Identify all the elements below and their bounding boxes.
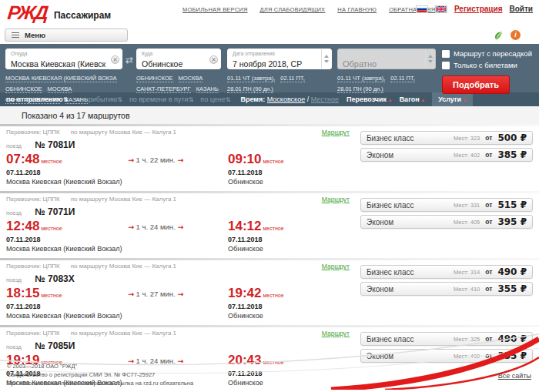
history-link[interactable]: САНКТ-ПЕТЕРБУРГ — [5, 96, 60, 104]
departure-station: Москва Киевская (Киевский Вокзал) — [6, 312, 128, 320]
carrier-row: Перевозчик: ЦППК по маршруту Москва Кие … — [6, 196, 350, 203]
fare-economy-row[interactable]: Эконом Мест: 400 от 355 ₽ — [360, 349, 533, 363]
date-down-icon[interactable] — [324, 60, 329, 63]
history-link[interactable]: ОБНИНСКОЕ — [5, 85, 42, 93]
search-submit-button[interactable]: Подобрать — [442, 75, 510, 94]
fare-business-row[interactable]: Бизнес класс Мест: 314 от 490 ₽ — [360, 265, 533, 279]
auth-area: Регистрация Войти — [416, 5, 533, 13]
route-link[interactable]: Маршрут — [322, 129, 350, 136]
arrival-timezone: местное — [263, 226, 283, 231]
fare-class-name: Бизнес класс — [367, 268, 413, 276]
departure-block: 07:48местное 07.11.2018 Москва Киевская … — [6, 152, 128, 186]
uk-flag-icon[interactable] — [435, 5, 447, 13]
departure-time: 18:15 — [6, 286, 39, 300]
quick-date-link[interactable]: 28.01 ПН (90 дн.) — [337, 85, 383, 93]
info-icon[interactable]: i — [511, 30, 521, 40]
to-input[interactable] — [142, 59, 208, 69]
return-up-icon[interactable] — [428, 55, 433, 58]
eco-leaf-icon[interactable] — [493, 30, 504, 41]
return-down-icon[interactable] — [428, 60, 433, 63]
date-up-icon[interactable] — [324, 55, 329, 58]
history-link[interactable]: ОБНИНСКОЕ — [136, 75, 173, 82]
russian-flag-icon[interactable] — [416, 5, 428, 13]
departure-date: 07.11.2018 — [6, 303, 128, 310]
return-date-box[interactable] — [337, 49, 436, 69]
register-link[interactable]: Регистрация — [454, 5, 503, 13]
search-options: Маршрут с пересадкой Только с билетами П… — [442, 49, 532, 94]
transfer-checkbox[interactable] — [442, 50, 450, 58]
carrier-row: Перевозчик: ЦППК по маршруту Москва Кие … — [6, 129, 350, 136]
menu-button[interactable]: Меню — [5, 28, 128, 42]
quick-date-link[interactable]: 28.01 ПН (90 дн.) — [227, 85, 273, 93]
train-number-row: поезд № 7081И — [6, 137, 350, 151]
quick-date-link[interactable]: 01.11 ЧТ (завтра), — [227, 75, 275, 82]
fare-economy-row[interactable]: Эконом Мест: 402 от 385 ₽ — [360, 148, 533, 162]
duration-text: 1 ч. 22 мин. — [136, 156, 176, 164]
route-link[interactable]: Маршрут — [322, 330, 350, 337]
history-link[interactable]: МОСКВА — [179, 75, 203, 82]
arrow-right-icon: → — [177, 290, 183, 298]
from-label: от — [485, 151, 492, 159]
quick-date-link[interactable]: 01.11 ЧТ (завтра), — [337, 75, 385, 82]
train-row: Перевозчик: ЦППК по маршруту Москва Кие … — [0, 124, 539, 191]
to-input-box[interactable]: Куда × — [136, 49, 221, 69]
history-link[interactable]: МОСКВА — [48, 85, 72, 93]
fare-price: 355 ₽ — [497, 350, 527, 361]
arrival-station: Обнинское — [228, 178, 350, 186]
carrier-row: Перевозчик: ЦППК по маршруту Москва Кие … — [6, 263, 350, 270]
clear-to-icon[interactable]: × — [209, 55, 218, 64]
history-link[interactable]: САНКТ-ПЕТЕРБУРГ — [136, 85, 191, 93]
fare-business-row[interactable]: Бизнес класс Мест: 325 от 490 ₽ — [360, 332, 533, 346]
from-label: от — [485, 352, 492, 360]
train-word: поезд — [6, 276, 22, 283]
route-link[interactable]: Маршрут — [322, 196, 350, 203]
arrival-block: 19:42местное 07.11.2018 Обнинское — [228, 286, 350, 320]
train-number-row: поезд № 7085И — [6, 338, 350, 352]
link-home[interactable]: НА ГЛАВНУЮ — [337, 6, 377, 13]
train-list: Перевозчик: ЦППК по маршруту Москва Кие … — [0, 124, 539, 392]
arrival-date: 07.11.2018 — [228, 169, 350, 176]
fare-economy-row[interactable]: Эконом Мест: 405 от 395 ₽ — [360, 215, 533, 229]
quick-date-link[interactable]: 02.11 ПТ, — [390, 75, 415, 82]
login-link[interactable]: Войти — [509, 5, 533, 13]
arrival-timezone: местное — [263, 159, 283, 164]
fare-business-row[interactable]: Бизнес класс Мест: 323 от 500 ₽ — [360, 131, 533, 145]
clear-from-icon[interactable]: × — [111, 55, 119, 64]
all-sites-link[interactable]: Все сайты — [498, 372, 531, 380]
from-input[interactable] — [11, 59, 109, 69]
fare-price: 515 ₽ — [497, 199, 527, 210]
history-link[interactable]: КАЗАНЬ — [65, 96, 88, 104]
departure-time: 07:48 — [6, 152, 39, 166]
depart-date-box[interactable]: Дата отправления — [227, 49, 332, 69]
link-visually-impaired[interactable]: ДЛЯ СЛАБОВИДЯЩИХ — [260, 6, 326, 13]
return-date-input[interactable] — [343, 59, 423, 69]
from-label: от — [485, 218, 492, 226]
menu-label: Меню — [25, 31, 45, 39]
arrow-right-icon: → — [177, 223, 183, 231]
fare-business-row[interactable]: Бизнес класс Мест: 331 от 515 ₽ — [360, 198, 533, 212]
from-input-box[interactable]: Откуда × — [5, 49, 122, 69]
swap-stations-icon[interactable]: ⇄ — [122, 49, 136, 65]
tickets-checkbox[interactable] — [442, 62, 450, 69]
arrow-right-icon: → — [177, 156, 183, 164]
hamburger-icon — [12, 32, 19, 38]
train-row: Перевозчик: ЦППК по маршруту Москва Кие … — [0, 258, 539, 325]
carrier-name: Перевозчик: ЦППК — [6, 196, 60, 203]
depart-date-block: Дата отправления 01.11 ЧТ (завтра),02.11… — [227, 49, 332, 93]
route-link[interactable]: Маршрут — [322, 263, 350, 270]
quick-date-link[interactable]: 02.11 ПТ, — [280, 75, 305, 82]
seats-count: Мест: 331 — [454, 202, 480, 209]
rzd-logo[interactable]: РЖД — [7, 3, 49, 22]
history-link[interactable]: КАЗАНЬ — [196, 85, 219, 93]
brand[interactable]: РЖД Пассажирам — [8, 3, 111, 22]
carrier-name: Перевозчик: ЦППК — [6, 129, 60, 136]
arrival-station: Обнинское — [228, 245, 350, 253]
fare-economy-row[interactable]: Эконом Мест: 410 от 355 ₽ — [360, 282, 533, 296]
depart-date-input[interactable] — [233, 59, 319, 69]
history-link[interactable]: МОСКВА КИЕВСКАЯ (КИЕВСКИЙ ВОКЗА — [5, 75, 117, 82]
link-mobile-version[interactable]: МОБИЛЬНАЯ ВЕРСИЯ — [182, 6, 248, 13]
top-nav: МОБИЛЬНАЯ ВЕРСИЯ ДЛЯ СЛАБОВИДЯЩИХ НА ГЛА… — [182, 6, 443, 13]
fare-class-name: Эконом — [367, 218, 393, 226]
to-history: ОБНИНСКОЕМОСКВА САНКТ-ПЕТЕРБУРГКАЗАНЬ — [136, 72, 221, 93]
departure-time: 12:48 — [6, 219, 39, 233]
